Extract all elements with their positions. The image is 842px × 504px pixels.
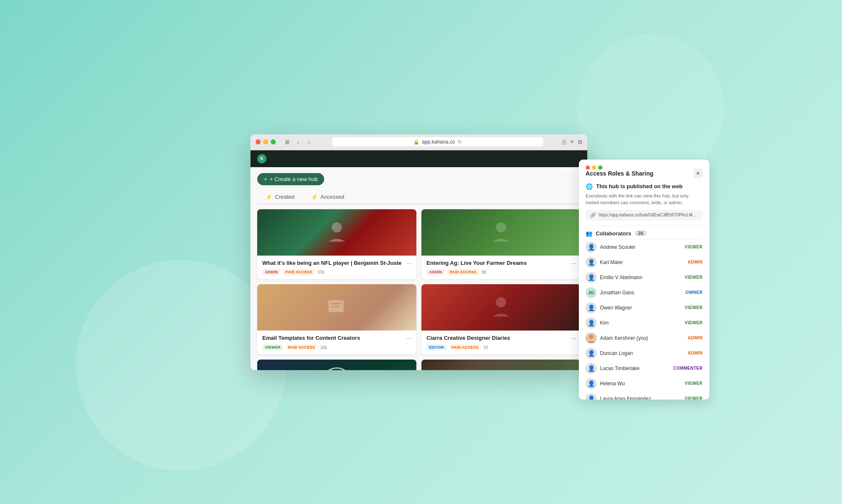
- hub-card-email[interactable]: Email Templates for Content Creators VIE…: [257, 284, 416, 355]
- bg-circle-right: [577, 34, 724, 181]
- collab-role-8: COMMENTER: [673, 366, 703, 371]
- hub-card-nfl-image: [257, 209, 416, 256]
- collab-row-8: 👤 Lucas Timberlake COMMENTER: [586, 361, 703, 376]
- collab-role-10: VIEWER: [685, 396, 703, 400]
- badge-viewer-email: VIEWER: [262, 344, 283, 350]
- share-icon[interactable]: ⎙: [562, 139, 566, 145]
- panel-title: Access Roles & Sharing: [586, 170, 653, 177]
- panel-close-button[interactable]: ✕: [693, 169, 703, 178]
- hub-card-nfl-meta: ADMIN PAID ACCESS 336: [262, 269, 411, 275]
- badge-paid-creative: PAID ACCESS: [449, 344, 481, 350]
- svg-point-5: [496, 297, 506, 307]
- collab-row-4: 👤 Owen Wagner VIEWER: [586, 300, 703, 315]
- badge-paid-farmer: PAID ACCESS: [447, 269, 479, 275]
- hub-card-nfl-title: What it's like being an NFL player | Ben…: [262, 260, 411, 267]
- collab-row-1: 👤 Karl Maier ADMIN: [586, 255, 703, 270]
- collab-role-7: ADMIN: [688, 351, 703, 355]
- browser-window: ⊞ ‹ › 🔒 app.kahana.co ↻ ⎙ + ⧉ K: [250, 134, 587, 370]
- hub-card-farmer-more[interactable]: ···: [571, 260, 576, 267]
- refresh-icon[interactable]: ↻: [458, 139, 462, 145]
- link-row: 🔗 https://app.kahana.co/hub/G6EwC3lBS6T0…: [586, 210, 703, 221]
- person-icon-4: 👤: [588, 304, 595, 311]
- collab-row-6: Adam Kershner (you) ADMIN: [586, 331, 703, 346]
- back-icon[interactable]: ‹: [294, 138, 302, 146]
- collab-row-7: 👤 Duncan Logan ADMIN: [586, 346, 703, 361]
- collab-name-7: Duncan Logan: [600, 350, 685, 356]
- hub-card-creative-body: Ciarra Creative Designer Diaries EDITOR …: [421, 331, 581, 355]
- forward-icon[interactable]: ›: [305, 138, 313, 146]
- app-header: K: [250, 150, 587, 167]
- svg-point-6: [322, 368, 352, 370]
- browser-actions: ⎙ + ⧉: [562, 138, 582, 146]
- collab-row-5: 👤 Kim VIEWER: [586, 315, 703, 331]
- create-hub-label: + Create a new hub: [270, 176, 318, 182]
- tab-created[interactable]: ⚡ Created: [257, 190, 303, 204]
- main-container: ⊞ ‹ › 🔒 app.kahana.co ↻ ⎙ + ⧉ K: [250, 134, 592, 370]
- panel-dot-red: [586, 165, 590, 170]
- collab-name-6: Adam Kershner (you): [600, 335, 685, 341]
- hub-card-ai[interactable]: How to Leverage AI & Machine Learning PU…: [257, 360, 416, 370]
- hub-card-farmer-body: Entering Ag: Live Your Farmer Dreams ADM…: [421, 256, 581, 280]
- hub-card-nfl-more[interactable]: ···: [407, 260, 412, 267]
- collaborators-label: Collaborators: [596, 230, 632, 237]
- published-label: This hub is published on the web: [596, 183, 682, 189]
- collab-name-1: Karl Maier: [600, 259, 685, 265]
- hub-card-retirement-image: [421, 360, 581, 370]
- hub-card-email-image: [257, 284, 416, 331]
- collab-avatar-8: 👤: [586, 363, 597, 374]
- access-panel: Access Roles & Sharing ✕ 🌐 This hub is p…: [579, 160, 709, 400]
- hub-card-farmer-title: Entering Ag: Live Your Farmer Dreams: [426, 260, 576, 267]
- collab-name-9: Helena Wu: [600, 381, 682, 387]
- tab-accessed[interactable]: ⚡ Accessed: [303, 190, 352, 204]
- collab-avatar-0: 👤: [586, 242, 597, 253]
- traffic-light-green[interactable]: [271, 139, 276, 144]
- collab-name-2: Emilio V Abelmann: [600, 275, 682, 280]
- tabs-icon[interactable]: ⧉: [578, 139, 582, 146]
- collab-role-3: OWNER: [685, 290, 703, 295]
- person-icon-5: 👤: [588, 320, 595, 326]
- collab-row-0: 👤 Andrew Scouler VIEWER: [586, 240, 703, 255]
- hub-card-creative-image: [421, 284, 581, 331]
- collab-role-4: VIEWER: [685, 305, 703, 310]
- collab-avatar-1: 👤: [586, 257, 597, 268]
- hub-card-farmer-meta: ADMIN PAID ACCESS 88: [426, 269, 576, 275]
- app-logo[interactable]: K: [257, 154, 266, 163]
- collaborators-title-group: 👥 Collaborators 26: [586, 230, 647, 237]
- traffic-light-yellow[interactable]: [263, 139, 268, 144]
- address-bar[interactable]: 🔒 app.kahana.co ↻: [332, 137, 543, 147]
- person-icon-2: 👤: [588, 274, 595, 281]
- person-icon-0: 👤: [588, 244, 595, 251]
- link-text[interactable]: https://app.kahana.co/hub/G6EwC3lBS6T0PK…: [599, 213, 698, 217]
- create-hub-button[interactable]: + + Create a new hub: [257, 173, 324, 185]
- url-text: app.kahana.co: [422, 139, 455, 145]
- collab-role-5: VIEWER: [685, 320, 703, 325]
- hub-card-creative[interactable]: Ciarra Creative Designer Diaries EDITOR …: [421, 284, 581, 355]
- badge-admin-farmer: ADMIN: [426, 269, 445, 275]
- hub-card-farmer[interactable]: Entering Ag: Live Your Farmer Dreams ADM…: [421, 209, 581, 280]
- collab-avatar-10: 👤: [586, 393, 597, 400]
- svg-rect-4: [330, 306, 339, 307]
- panel-dots: [586, 165, 602, 170]
- collaborators-list: 👤 Andrew Scouler VIEWER 👤 Karl Maier ADM…: [579, 240, 709, 400]
- hub-card-email-body: Email Templates for Content Creators VIE…: [257, 331, 416, 355]
- collab-role-1: ADMIN: [688, 260, 703, 264]
- security-icon: 🔒: [413, 139, 419, 145]
- person-icon-1: 👤: [588, 259, 595, 266]
- collab-role-9: VIEWER: [685, 381, 703, 386]
- collab-avatar-3: JG: [586, 287, 597, 298]
- new-tab-icon[interactable]: +: [570, 138, 574, 146]
- collab-avatar-7: 👤: [586, 348, 597, 359]
- collab-role-6: ADMIN: [688, 336, 703, 340]
- traffic-light-red[interactable]: [256, 139, 261, 144]
- svg-rect-3: [330, 303, 341, 304]
- hub-card-nfl[interactable]: What it's like being an NFL player | Ben…: [257, 209, 416, 280]
- hub-card-creative-more[interactable]: ···: [571, 335, 576, 342]
- hub-card-retirement[interactable]: Preparing for Retirement ADMIN PAID ACCE…: [421, 360, 581, 370]
- collaborators-header: 👥 Collaborators 26: [579, 226, 709, 239]
- plus-icon: +: [264, 176, 267, 182]
- hub-card-email-more[interactable]: ···: [407, 335, 412, 342]
- hub-card-farmer-count: 88: [482, 270, 486, 275]
- hub-card-nfl-wrapper: What it's like being an NFL player | Ben…: [257, 209, 416, 280]
- hub-card-ai-wrapper: How to Leverage AI & Machine Learning PU…: [257, 360, 416, 370]
- sidebar-toggle-icon[interactable]: ⊞: [283, 138, 291, 146]
